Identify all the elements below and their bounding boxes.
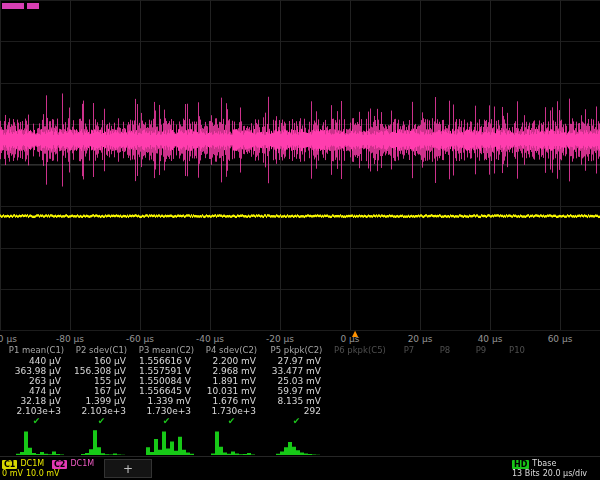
time-tick: -80 µs <box>56 334 84 344</box>
histicon-p2[interactable] <box>77 429 133 455</box>
c2-chip: C2 <box>52 460 67 469</box>
histicon-p1[interactable] <box>12 429 68 455</box>
measure-cell: 1.339 mV <box>134 396 199 406</box>
status-check-icon: ✔ <box>264 416 329 427</box>
measure-cell: 1.730e+3 <box>199 406 264 416</box>
measure-header-row: P1 mean(C1) P2 sdev(C1) P3 mean(C2) P4 s… <box>4 345 600 356</box>
status-check-icon: ✔ <box>4 416 69 427</box>
measure-cell: 2.200 mV <box>199 356 264 366</box>
channel-c1-descriptor[interactable]: C1 DC1M 0 mV 10.0 mV <box>2 459 60 479</box>
status-check-icon: ✔ <box>69 416 134 427</box>
timebase-bits: 13 Bits <box>512 469 540 479</box>
param-header-p5[interactable]: P5 pkpk(C2) <box>264 345 329 356</box>
add-channel-button[interactable]: + <box>104 459 152 478</box>
measure-cell: 1.550084 V <box>134 376 199 386</box>
measure-cell: 1.556645 V <box>134 386 199 396</box>
measure-cell: 1.399 µV <box>69 396 134 406</box>
c1-coupling: DC1M <box>20 459 44 469</box>
waveform-canvas <box>0 0 600 330</box>
measure-cell: 156.308 µV <box>69 366 134 376</box>
time-axis: -100 µs -80 µs -60 µs -40 µs -20 µs 0 µs… <box>0 330 600 346</box>
param-header-p7[interactable]: P7 <box>391 345 427 356</box>
measure-cell: 292 <box>264 406 329 416</box>
param-header-p10[interactable]: P10 <box>499 345 535 356</box>
measure-cell: 33.477 mV <box>264 366 329 376</box>
measure-status-row: ✔ ✔ ✔ ✔ ✔ <box>4 416 600 426</box>
top-left-annotation <box>2 3 39 9</box>
histicon-row <box>4 427 596 456</box>
measure-row-min: 263 µV 155 µV 1.550084 V 1.891 mV 25.03 … <box>4 376 600 386</box>
timebase-descriptor[interactable]: HD Tbase 13 Bits 20.0 µs/div <box>512 459 600 479</box>
measure-row-sdev: 32.18 µV 1.399 µV 1.339 mV 1.676 mV 8.13… <box>4 396 600 406</box>
param-header-p2[interactable]: P2 sdev(C1) <box>69 345 134 356</box>
param-header-p3[interactable]: P3 mean(C2) <box>134 345 199 356</box>
measure-cell: 59.97 mV <box>264 386 329 396</box>
histicon-p5[interactable] <box>272 429 328 455</box>
measure-row-max: 474 µV 167 µV 1.556645 V 10.031 mV 59.97… <box>4 386 600 396</box>
param-header-p4[interactable]: P4 sdev(C2) <box>199 345 264 356</box>
measure-cell: 32.18 µV <box>4 396 69 406</box>
annotation-block <box>2 3 24 9</box>
histicon-p3[interactable] <box>142 429 198 455</box>
c1-offset: 0 mV <box>2 469 23 479</box>
time-tick: -60 µs <box>126 334 154 344</box>
param-header-p1[interactable]: P1 mean(C1) <box>4 345 69 356</box>
annotation-block <box>27 3 39 9</box>
measure-table: P1 mean(C1) P2 sdev(C1) P3 mean(C2) P4 s… <box>4 345 600 426</box>
measure-row-mean: 363.98 µV 156.308 µV 1.557591 V 2.968 mV… <box>4 366 600 376</box>
status-check-icon: ✔ <box>134 416 199 427</box>
timebase-scale: 20.0 µs/div <box>543 469 587 479</box>
time-tick: 40 µs <box>478 334 503 344</box>
trigger-position-icon[interactable]: ▲ <box>352 330 358 338</box>
measure-cell: 10.031 mV <box>199 386 264 396</box>
status-check-icon: ✔ <box>199 416 264 427</box>
measure-cell: 474 µV <box>4 386 69 396</box>
measure-cell: 25.03 mV <box>264 376 329 386</box>
measure-cell: 1.556616 V <box>134 356 199 366</box>
measure-cell: 8.135 mV <box>264 396 329 406</box>
measure-cell: 155 µV <box>69 376 134 386</box>
measure-cell: 2.103e+3 <box>4 406 69 416</box>
measure-cell: 160 µV <box>69 356 134 366</box>
c1-chip: C1 <box>2 460 17 469</box>
measure-cell: 263 µV <box>4 376 69 386</box>
c1-scale: 10.0 mV <box>26 469 60 479</box>
descriptor-bar: C1 DC1M 0 mV 10.0 mV C2 DC1M + HD Tbase … <box>0 456 600 480</box>
c2-coupling: DC1M <box>70 459 94 469</box>
param-header-p6[interactable]: P6 pkpk(C5) <box>329 345 391 356</box>
hd-badge: HD <box>512 460 529 469</box>
measure-cell: 167 µV <box>69 386 134 396</box>
measure-cell: 2.103e+3 <box>69 406 134 416</box>
time-tick: -40 µs <box>196 334 224 344</box>
time-tick: -20 µs <box>266 334 294 344</box>
time-tick: 20 µs <box>408 334 433 344</box>
measure-cell: 1.891 mV <box>199 376 264 386</box>
measure-row-value: 440 µV 160 µV 1.556616 V 2.200 mV 27.97 … <box>4 356 600 366</box>
timebase-label: Tbase <box>532 459 556 469</box>
param-header-p9[interactable]: P9 <box>463 345 499 356</box>
measure-cell: 440 µV <box>4 356 69 366</box>
measure-cell: 1.557591 V <box>134 366 199 376</box>
channel-c2-descriptor[interactable]: C2 DC1M <box>52 459 94 469</box>
measure-row-num: 2.103e+3 2.103e+3 1.730e+3 1.730e+3 292 <box>4 406 600 416</box>
plot-area[interactable] <box>0 0 600 330</box>
time-tick: 60 µs <box>548 334 573 344</box>
measure-cell: 1.676 mV <box>199 396 264 406</box>
histicon-p4[interactable] <box>207 429 263 455</box>
measure-cell: 27.97 mV <box>264 356 329 366</box>
oscilloscope-screen: -100 µs -80 µs -60 µs -40 µs -20 µs 0 µs… <box>0 0 600 480</box>
measure-cell: 2.968 mV <box>199 366 264 376</box>
time-tick: -100 µs <box>0 334 17 344</box>
measure-cell: 363.98 µV <box>4 366 69 376</box>
param-header-p8[interactable]: P8 <box>427 345 463 356</box>
measure-cell: 1.730e+3 <box>134 406 199 416</box>
